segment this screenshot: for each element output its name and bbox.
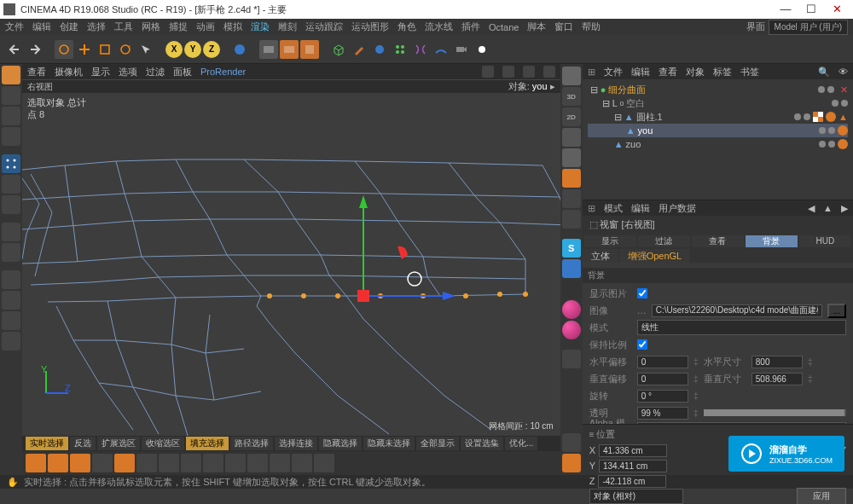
menu-anim[interactable]: 动画 (196, 20, 215, 33)
snap-toggle-button[interactable] (2, 270, 20, 289)
pal-grid[interactable] (562, 210, 581, 229)
attr-tab-hud[interactable]: HUD (799, 235, 851, 247)
coord-mode-dropdown[interactable]: 对象 (相对) (589, 489, 683, 504)
menu-snap[interactable]: 捕捉 (169, 20, 188, 33)
vp-menu-view[interactable]: 查看 (27, 66, 46, 78)
layout-dropdown[interactable]: Model 用户 (用户) (769, 20, 848, 35)
om-tags[interactable]: 标签 (713, 66, 732, 78)
vp-nav-icon[interactable] (482, 66, 494, 78)
points-mode-button[interactable] (2, 154, 20, 173)
edges-mode-button[interactable] (2, 175, 20, 194)
menu-file[interactable]: 文件 (5, 20, 24, 33)
scale-tool[interactable] (96, 40, 114, 59)
attr-up-icon[interactable]: ▲ (823, 203, 833, 213)
undo-button[interactable] (5, 40, 24, 59)
pal-end1[interactable] (562, 433, 581, 452)
om-file[interactable]: 文件 (604, 66, 623, 78)
mt-4[interactable] (92, 454, 113, 472)
locked-workplane-button[interactable] (2, 311, 20, 330)
render-view-button[interactable] (259, 40, 278, 59)
texture-mode-button[interactable] (2, 107, 20, 125)
polygons-mode-button[interactable] (2, 195, 20, 214)
show-image-checkbox[interactable] (637, 288, 647, 298)
keepratio-checkbox[interactable] (637, 339, 647, 350)
attr-userdata[interactable]: 用户数据 (659, 202, 696, 215)
mt-12[interactable] (270, 454, 290, 472)
hoffset-input[interactable] (637, 356, 688, 368)
viewport-canvas[interactable]: 选取对象 总计 点 8 (22, 93, 560, 436)
pal-sphere2[interactable] (562, 321, 581, 339)
environment-button[interactable] (432, 40, 450, 59)
coord-x-input[interactable] (599, 444, 667, 457)
sel-path[interactable]: 路径选择 (230, 437, 273, 450)
menu-select[interactable]: 选择 (87, 20, 106, 33)
mt-3[interactable] (70, 454, 90, 472)
menu-octane[interactable]: Octane (489, 22, 519, 32)
sel-invert[interactable]: 反选 (70, 437, 96, 450)
vp-zoom-icon[interactable] (523, 66, 535, 78)
pal-cube2[interactable] (562, 148, 581, 167)
om-eye-icon[interactable]: 👁 (838, 67, 848, 77)
workplane-button[interactable] (2, 291, 20, 310)
menu-mograph[interactable]: 运动图形 (351, 20, 389, 33)
pal-cube[interactable] (562, 128, 581, 147)
mt-9[interactable] (203, 454, 223, 472)
om-search-icon[interactable]: 🔍 (818, 67, 830, 78)
viewport-solo-button[interactable] (2, 243, 20, 262)
primitive-cube-button[interactable] (329, 40, 348, 59)
subtab-stereo[interactable]: 立体 (583, 249, 618, 263)
pal-axis[interactable] (562, 189, 581, 208)
vp-menu-camera[interactable]: 摄像机 (55, 66, 83, 78)
apply-button[interactable]: 应用 (797, 488, 846, 504)
pen-tool-button[interactable] (350, 40, 368, 59)
rotation-input[interactable] (637, 390, 688, 403)
workplane-mode-button[interactable] (2, 127, 20, 146)
pal-user[interactable] (562, 350, 581, 368)
mt-7[interactable] (159, 454, 179, 472)
attr-next-icon[interactable]: ▶ (841, 203, 848, 214)
pal-end2[interactable] (562, 454, 581, 472)
vp-menu-options[interactable]: 选项 (119, 66, 137, 78)
sel-showall[interactable]: 全部显示 (416, 437, 459, 450)
lasttool-button[interactable] (136, 40, 155, 59)
rotate-tool[interactable] (116, 40, 135, 59)
mode-dropdown[interactable]: 线性 (637, 320, 846, 335)
planar-workplane-button[interactable] (2, 332, 20, 350)
attr-tab-back[interactable]: 背景 (746, 235, 798, 247)
coord-y-input[interactable] (599, 460, 667, 472)
axis-mode-button[interactable] (2, 223, 20, 241)
voffset-input[interactable] (637, 373, 688, 385)
model-mode-button[interactable] (2, 86, 20, 105)
menu-help[interactable]: 帮助 (582, 20, 601, 33)
pal-sphere1[interactable] (562, 300, 581, 319)
hsize-input[interactable] (751, 356, 803, 368)
mt-2[interactable] (48, 454, 68, 472)
menu-edit[interactable]: 编辑 (32, 20, 51, 33)
subtab-opengl[interactable]: 增强OpenGL (619, 249, 691, 263)
x-axis-toggle[interactable]: X (165, 41, 183, 58)
mt-8[interactable] (181, 454, 201, 472)
sel-set[interactable]: 设置选集 (461, 437, 503, 450)
menu-tools[interactable]: 工具 (114, 20, 133, 33)
menu-char[interactable]: 角色 (397, 20, 416, 33)
minimize-button[interactable]: — (773, 1, 798, 18)
select-tool[interactable] (55, 40, 73, 59)
vp-menu-filter[interactable]: 过滤 (146, 66, 165, 78)
pal-s[interactable]: S (562, 239, 581, 258)
menu-render[interactable]: 渲染 (251, 20, 270, 33)
z-axis-toggle[interactable]: Z (203, 41, 220, 58)
sel-fill[interactable]: 填充选择 (186, 437, 229, 450)
attr-mode[interactable]: 模式 (604, 202, 623, 215)
object-tree[interactable]: ⊟ ● 细分曲面 ✕ ⊟ L0 空白 ⊟ ▲ 圆柱.1 (583, 79, 853, 200)
sel-hideun[interactable]: 隐藏未选择 (363, 437, 415, 450)
sel-live[interactable]: 实时选择 (26, 437, 68, 450)
close-button[interactable]: ✕ (824, 1, 850, 18)
vp-menu-panel[interactable]: 面板 (173, 66, 192, 78)
subdiv-button[interactable] (370, 40, 389, 59)
coord-z-input[interactable] (598, 475, 666, 488)
vp-maximize-icon[interactable] (543, 66, 555, 78)
mt-6[interactable] (136, 454, 157, 472)
pal-1[interactable] (562, 67, 581, 85)
vsize-input[interactable] (751, 373, 803, 385)
om-bookmarks[interactable]: 书签 (740, 66, 759, 78)
